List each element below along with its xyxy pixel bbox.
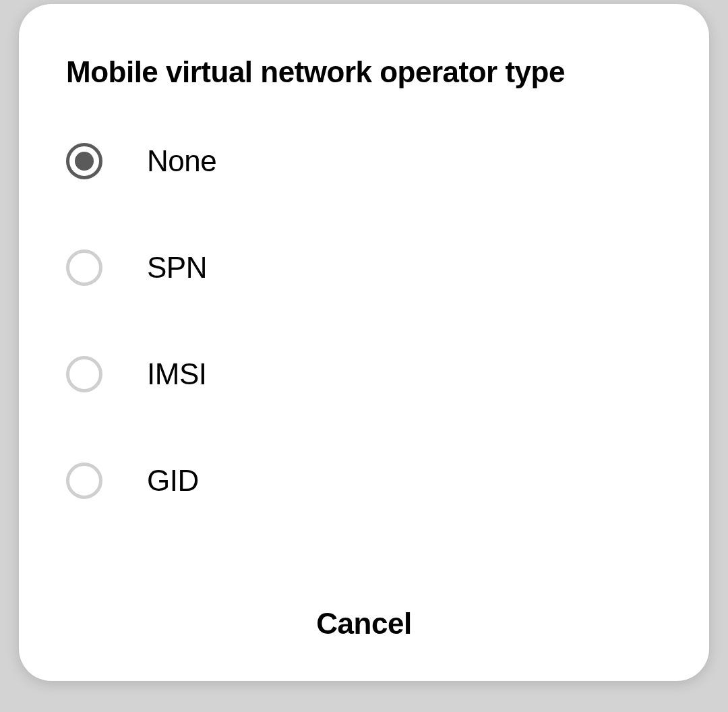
- radio-button-icon: [66, 249, 102, 286]
- radio-label: GID: [147, 464, 199, 498]
- radio-button-icon: [66, 463, 102, 499]
- mvno-type-dialog: Mobile virtual network operator type Non…: [19, 4, 709, 681]
- radio-option-imsi[interactable]: IMSI: [66, 356, 662, 392]
- radio-button-icon: [66, 356, 102, 392]
- radio-label: None: [147, 144, 216, 178]
- radio-selected-dot-icon: [75, 152, 94, 171]
- radio-option-none[interactable]: None: [66, 143, 662, 179]
- radio-group: None SPN IMSI GID: [66, 143, 662, 499]
- cancel-button[interactable]: Cancel: [303, 600, 425, 647]
- dialog-title: Mobile virtual network operator type: [66, 55, 662, 89]
- radio-label: SPN: [147, 251, 207, 285]
- radio-option-spn[interactable]: SPN: [66, 249, 662, 286]
- radio-option-gid[interactable]: GID: [66, 463, 662, 499]
- radio-button-icon: [66, 143, 102, 179]
- radio-label: IMSI: [147, 357, 206, 391]
